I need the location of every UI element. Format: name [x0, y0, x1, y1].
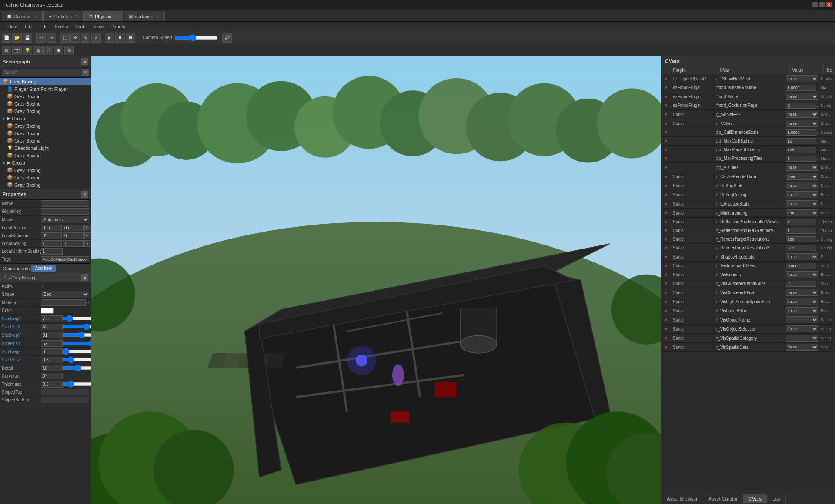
prop-tags-input[interactable]	[41, 256, 89, 262]
cvar-value-10[interactable]: false true	[783, 163, 818, 172]
minimize-button[interactable]: —	[812, 2, 818, 7]
comp-sinenegz-input[interactable]	[41, 348, 63, 355]
comp-sizeposz-slider[interactable]	[63, 356, 91, 363]
cvar-value-30[interactable]: false true	[783, 343, 818, 351]
comp-sizeposx-input[interactable]	[41, 324, 63, 330]
prop-mode-select[interactable]: Automatic Manual	[41, 216, 89, 223]
cvar-value-input-7[interactable]	[786, 138, 816, 144]
cvar-value-input-16[interactable]	[786, 219, 816, 225]
tree-item-14[interactable]: 📦Grey Boxing	[0, 181, 91, 189]
cvar-value-select-0[interactable]: false true	[786, 75, 818, 82]
cvar-value-input-18[interactable]	[786, 236, 816, 242]
pause-button[interactable]: ⏸	[115, 33, 125, 43]
comp-sizeposz-input[interactable]	[41, 357, 63, 363]
cvar-value-input-3[interactable]	[786, 103, 816, 109]
maximize-button[interactable]: □	[819, 2, 825, 7]
cvar-value-23[interactable]	[783, 280, 818, 288]
cvar-value-6[interactable]	[783, 129, 818, 136]
cvar-value-25[interactable]: false true	[783, 297, 818, 306]
redo-button[interactable]: ↪	[47, 33, 56, 43]
nav-tool[interactable]: ⬢	[54, 46, 63, 55]
open-button[interactable]: 📂	[12, 33, 22, 43]
settings-tool[interactable]: ⚙	[64, 46, 74, 55]
tab-corridor[interactable]: 🔲Corridor✕	[2, 11, 43, 21]
cvar-value-24[interactable]: false true	[783, 288, 818, 297]
comp-sizeposx-slider[interactable]	[63, 323, 91, 330]
tree-item-0[interactable]: 📦Grey Boxing	[0, 78, 91, 85]
material-browse-button[interactable]: ···	[86, 300, 89, 305]
tree-item-3[interactable]: 📦Grey Boxing	[0, 100, 91, 107]
cvar-value-select-10[interactable]: false true	[786, 164, 818, 171]
search-input[interactable]	[2, 69, 81, 76]
camera-speed-slider[interactable]	[174, 34, 218, 41]
tab-surfaces[interactable]: ▦Surfaces✕	[124, 11, 165, 21]
comp-slopedbottom-input[interactable]	[41, 397, 89, 403]
cvar-value-input-17[interactable]	[786, 228, 816, 234]
cvar-value-select-14[interactable]: false true	[786, 200, 818, 207]
search-clear[interactable]: ✕	[82, 69, 89, 76]
comp-sizenegx-slider[interactable]	[63, 315, 91, 322]
cvar-value-select-12[interactable]: false true	[786, 182, 818, 189]
tree-item-8[interactable]: 📦Grey Boxing	[0, 137, 91, 144]
tab-close-physics[interactable]: ✕	[115, 14, 118, 19]
cvar-value-select-27[interactable]	[786, 316, 818, 323]
window-controls[interactable]: — □ ✕	[812, 2, 832, 7]
tree-item-1[interactable]: 👤Player Start Point: Player	[0, 85, 91, 93]
cvar-value-27[interactable]	[783, 315, 818, 324]
comp-curvature-input[interactable]	[41, 373, 63, 379]
undo-button[interactable]: ↩	[36, 33, 46, 43]
cvar-value-select-11[interactable]: true false	[786, 173, 818, 180]
cvar-value-29[interactable]	[783, 334, 818, 342]
cvar-value-input-8[interactable]	[786, 147, 816, 153]
comp-sizenegy-input[interactable]	[41, 332, 63, 338]
sound-button[interactable]: 🔊	[222, 33, 232, 43]
collision-tool[interactable]: ⬡	[43, 46, 53, 55]
cvar-value-2[interactable]: false true	[783, 92, 818, 101]
cvar-value-select-22[interactable]: false true	[786, 271, 818, 278]
tab-asset-browser[interactable]: Asset Browser	[661, 494, 703, 503]
comp-active-check[interactable]: ✓	[41, 283, 45, 289]
cvar-value-13[interactable]: false true	[783, 190, 818, 199]
tab-physics[interactable]: ⚙Physics✕	[84, 11, 123, 21]
cvar-value-14[interactable]: false true	[783, 199, 818, 208]
properties-close[interactable]: ✕	[81, 191, 88, 198]
cvar-value-select-2[interactable]: false true	[786, 93, 818, 100]
comp-sizenegx-input[interactable]	[41, 315, 63, 322]
cvar-value-12[interactable]: false true	[783, 181, 818, 190]
tree-item-13[interactable]: 📦Grey Boxing	[0, 174, 91, 181]
cvar-value-select-25[interactable]: false true	[786, 298, 818, 305]
comp-shape-select[interactable]: Box Sphere Cylinder	[41, 291, 89, 298]
prop-position-y[interactable]	[63, 225, 84, 231]
component-item[interactable]: [0] - Grey Boxing ✕	[0, 273, 91, 282]
menu-file[interactable]: File	[21, 23, 36, 30]
rotate-button[interactable]: ↻	[81, 33, 90, 43]
tab-close-surfaces[interactable]: ✕	[157, 14, 160, 19]
mesh-tool[interactable]: ▦	[33, 46, 43, 55]
comp-sizeposy-input[interactable]	[41, 340, 63, 347]
prop-scaling-z[interactable]	[84, 240, 91, 247]
cvar-value-select-5[interactable]: false true	[786, 120, 818, 127]
comp-sinenegz-slider[interactable]	[63, 348, 91, 355]
tree-item-2[interactable]: 📦Grey Boxing	[0, 93, 91, 100]
cvar-value-select-4[interactable]: false true	[786, 111, 818, 118]
prop-scaling-y[interactable]	[63, 240, 84, 247]
component-remove[interactable]: ✕	[81, 274, 88, 281]
tree-item-10[interactable]: 📦Grey Boxing	[0, 152, 91, 159]
tree-item-4[interactable]: 📦Grey Boxing	[0, 107, 91, 115]
cvar-value-input-23[interactable]	[786, 281, 816, 287]
cvar-value-5[interactable]: false true	[783, 119, 818, 128]
comp-sizenegy-slider[interactable]	[63, 332, 91, 338]
cvar-value-9[interactable]	[783, 155, 818, 162]
prop-name-input[interactable]	[41, 200, 89, 207]
cvar-value-input-6[interactable]	[786, 129, 816, 136]
move-button[interactable]: ✛	[70, 33, 80, 43]
close-button[interactable]: ✕	[826, 2, 832, 7]
cvar-value-15[interactable]: true false	[783, 209, 818, 217]
cvar-value-select-15[interactable]: true false	[786, 209, 818, 216]
comp-sizeposy-slider[interactable]	[63, 340, 91, 347]
prop-position-x[interactable]	[41, 225, 62, 231]
cvar-value-select-29[interactable]	[786, 335, 818, 342]
prop-uniformscaling-input[interactable]	[41, 248, 63, 255]
cvar-value-17[interactable]	[783, 227, 818, 235]
cvar-value-input-1[interactable]	[786, 85, 816, 91]
